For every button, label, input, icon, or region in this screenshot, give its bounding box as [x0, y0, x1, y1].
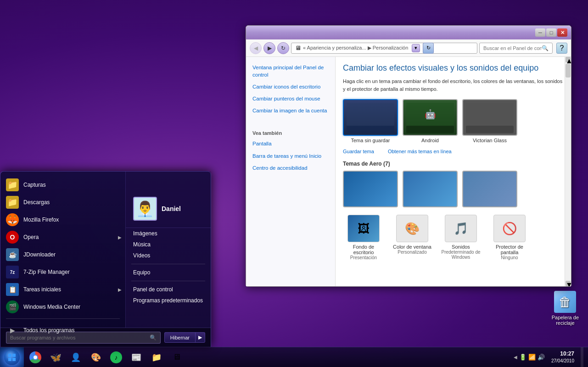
sm-wmc[interactable]: 🎬 Windows Media Center [0, 298, 125, 316]
user-avatar: 👨‍💼 [133, 197, 157, 221]
sm-right-programs[interactable]: Programas predeterminados [126, 295, 211, 306]
sm-right-equipo[interactable]: Equipo [126, 267, 211, 278]
sm-tareas[interactable]: 📋 Tareas iniciales ▶ [0, 281, 125, 298]
sidebar-link-icons[interactable]: Cambiar iconos del escritorio [246, 81, 335, 93]
forward-button[interactable]: ▶ [263, 42, 275, 54]
sm-right-videos[interactable]: Vídeos [126, 250, 211, 261]
taskbar-app1[interactable]: 📰 [127, 348, 146, 367]
aero-preview-2 [403, 171, 458, 207]
taskbar-explorer[interactable]: 📁 [147, 348, 166, 367]
scroll-up[interactable]: ▲ [566, 57, 571, 62]
sidebar-link-mouse[interactable]: Cambiar punteros del mouse [246, 93, 335, 105]
color-name: Color de ventana [393, 244, 431, 250]
7zip-icon: 7z [6, 266, 19, 278]
sm-right-divider [131, 264, 205, 264]
tareas-icon: 📋 [6, 283, 19, 296]
scrollbar[interactable]: ▲ ▼ [565, 57, 571, 286]
bottom-protector[interactable]: 🚫 Protector de pantalla Ninguno [489, 215, 530, 260]
recycle-bin-icon[interactable]: 🗑 Papelera de reciclaje [552, 291, 579, 326]
desktop: 🗑 Papelera de reciclaje ─ □ ✕ ◀ ▶ ↻ 🖥 « … [0, 0, 588, 367]
aero-theme-1[interactable] [343, 171, 398, 209]
sm-right-imagenes[interactable]: Imágenes [126, 228, 211, 239]
protector-preview: 🚫 [493, 215, 526, 242]
page-title: Cambiar los efectos visuales y los sonid… [343, 63, 564, 73]
breadcrumb[interactable]: 🖥 « Apariencia y personaliza... ▶ Person… [291, 43, 477, 54]
taskbar: 🦋 👤 🎨 ♪ 📰 📁 🖥 [0, 347, 588, 367]
taskbar-msn[interactable]: 🦋 [46, 348, 65, 367]
sidebar-link-main[interactable]: Ventana principal del Panel de control [246, 61, 335, 81]
sm-jdownloader[interactable]: ☕ JDownloader [0, 246, 125, 263]
fondo-sub: Presentación [350, 255, 377, 260]
user-section: 👨‍💼 Daniel [126, 192, 211, 228]
scroll-down[interactable]: ▼ [566, 281, 571, 286]
sm-capturas[interactable]: 📁 Capturas [0, 176, 125, 194]
sm-opera[interactable]: O Opera ▶ [0, 228, 125, 246]
sidebar-link-accessibility[interactable]: Centro de accesibilidad [246, 162, 335, 174]
sm-all-programs[interactable]: ▶ Todos los programas [0, 322, 125, 339]
wmc-icon: 🎬 [6, 300, 19, 313]
theme-sin-guardar[interactable]: Tema sin guardar [343, 99, 398, 143]
theme-android-label: Android [421, 138, 439, 143]
aero-theme-3[interactable] [462, 171, 517, 209]
theme-victorian-label: Victorian Glass [473, 138, 507, 143]
sidebar-link-taskbar[interactable]: Barra de tareas y menú Inicio [246, 150, 335, 162]
scroll-thumb[interactable] [566, 64, 571, 78]
minimize-button[interactable]: ─ [535, 28, 545, 37]
sm-firefox[interactable]: 🦊 Mozilla Firefox [0, 211, 125, 228]
back-button[interactable]: ◀ [250, 42, 262, 54]
aero-section-title: Temas de Aero (7) [343, 161, 564, 167]
bottom-sonidos[interactable]: 🎵 Sonidos Predeterminado de Windows [440, 215, 482, 260]
msn-icon: 🦋 [50, 351, 62, 363]
help-button[interactable]: ? [556, 43, 567, 54]
windows-orb [4, 350, 20, 365]
close-button[interactable]: ✕ [557, 28, 567, 37]
clock-time: 10:27 [551, 350, 574, 358]
hibernate-button[interactable]: Hibernar [164, 332, 196, 343]
app2-icon: 🖥 [171, 351, 183, 363]
bottom-color[interactable]: 🎨 Color de ventana Personalizado [392, 215, 433, 260]
sidebar-link-screen[interactable]: Pantalla [246, 138, 335, 150]
themes-grid: Tema sin guardar 🤖 Android [343, 99, 564, 143]
save-theme-link[interactable]: Guardar tema [343, 149, 374, 154]
taskbar-items: 🦋 👤 🎨 ♪ 📰 📁 🖥 [24, 347, 509, 367]
recycle-bin-label: Papelera de reciclaje [552, 315, 579, 326]
search-bar[interactable]: 🔍 [479, 43, 553, 54]
opera-submenu-arrow: ▶ [118, 235, 122, 240]
tray-arrow[interactable]: ◀ [514, 355, 517, 360]
search-input[interactable] [483, 45, 542, 51]
start-button[interactable] [0, 347, 24, 367]
aero-theme-2[interactable] [403, 171, 458, 209]
sidebar-link-account[interactable]: Cambiar la imagen de la cuenta [246, 105, 335, 117]
taskbar-app2[interactable]: 🖥 [167, 348, 186, 367]
sm-descargas[interactable]: 📁 Descargas [0, 194, 125, 211]
svg-rect-1 [12, 354, 16, 357]
clock[interactable]: 10:27 27/04/2010 [548, 350, 578, 364]
bottom-fondo[interactable]: 🖼 Fondo de escritorio Presentación [343, 215, 384, 260]
taskbar-chrome[interactable] [26, 348, 45, 367]
hibernate-options-button[interactable]: ▶ [196, 332, 205, 343]
also-see-heading: Vea también [246, 126, 335, 138]
all-programs-icon: ▶ [6, 324, 19, 337]
app1-icon: 📰 [130, 351, 142, 363]
descargas-icon: 📁 [6, 196, 19, 209]
sm-right-musica[interactable]: Música [126, 239, 211, 250]
maximize-button[interactable]: □ [546, 28, 556, 37]
theme-victorian-glass[interactable]: Victorian Glass [462, 99, 517, 143]
tareas-submenu-arrow: ▶ [118, 287, 122, 292]
theme-android[interactable]: 🤖 Android [403, 99, 458, 143]
show-desktop-button[interactable] [581, 347, 583, 367]
paint-icon: 🎨 [90, 351, 102, 363]
sm-7zip[interactable]: 7z 7-Zip File Manager [0, 263, 125, 281]
taskbar-paint[interactable]: 🎨 [86, 348, 106, 367]
taskbar-right: ◀ 🔋 📶 🔊 10:27 27/04/2010 [509, 347, 588, 367]
tray-network: 📶 [528, 354, 536, 361]
refresh-icon-button[interactable]: ↻ [423, 43, 434, 54]
taskbar-spotify[interactable]: ♪ [106, 348, 126, 367]
theme-preview-sin-guardar [343, 99, 398, 136]
breadcrumb-dropdown[interactable]: ▾ [412, 44, 420, 52]
theme-preview-victorian [462, 99, 517, 136]
refresh-button[interactable]: ↻ [277, 42, 289, 54]
sm-right-panel[interactable]: Panel de control [126, 284, 211, 295]
taskbar-ie[interactable]: 👤 [66, 348, 85, 367]
online-themes-link[interactable]: Obtener más temas en línea [388, 149, 452, 154]
